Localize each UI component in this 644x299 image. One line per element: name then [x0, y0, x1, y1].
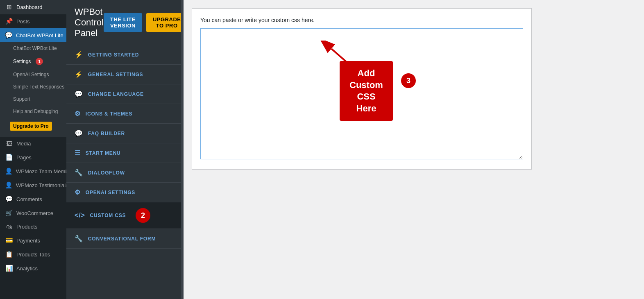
content-card: You can paste or write your custom css h… [192, 8, 532, 170]
wp-sidebar: ⊞ Dashboard 📌 Posts 💬 ChatBot WPBot Lite… [0, 0, 66, 299]
sidebar-item-wpmozo-team[interactable]: 👤 WPMozo Team Members [0, 164, 66, 178]
header-buttons: THE LITE VERSION UPGRADE TO PRO [104, 13, 181, 32]
main-content: WPBot Control Panel THE LITE VERSION UPG… [66, 0, 644, 299]
products-tabs-icon: 📋 [5, 251, 13, 258]
openai-settings-icon: ⚙ [75, 188, 81, 196]
posts-icon: 📌 [5, 18, 13, 25]
dashboard-icon: ⊞ [5, 3, 13, 11]
sidebar-item-payments[interactable]: 💳 Payments [0, 233, 66, 247]
team-icon: 👤 [5, 168, 13, 175]
custom-css-icon: </> [75, 212, 85, 219]
general-settings-icon: ⚡ [75, 70, 83, 78]
media-icon: 🖼 [5, 140, 13, 147]
analytics-icon: 📊 [5, 265, 13, 272]
sidebar-item-comments[interactable]: 💬 Comments [0, 192, 66, 206]
sidebar-item-dashboard[interactable]: ⊞ Dashboard [0, 0, 66, 14]
sidebar-item-support[interactable]: Support [0, 93, 66, 105]
nav-item-custom-css[interactable]: </> CUSTOM CSS 2 [66, 202, 181, 229]
testimonials-icon: 👤 [5, 181, 13, 189]
lite-version-button[interactable]: THE LITE VERSION [104, 13, 142, 32]
nav-item-general-settings[interactable]: ⚡ GENERAL SETTINGS [66, 65, 181, 84]
sidebar-submenu-chatbot: ChatBot WPBot Lite Settings 1 OpenAI Set… [0, 42, 66, 136]
nav-item-icons-themes[interactable]: ⚙ ICONS & THEMES [66, 104, 181, 124]
products-icon: 🛍 [5, 223, 13, 230]
sidebar-item-chatbot-sub[interactable]: ChatBot WPBot Lite [0, 42, 66, 54]
sidebar-item-pages[interactable]: 📄 Pages [0, 150, 66, 164]
nav-item-conversational-form[interactable]: 🔧 CONVERSATIONAL FORM [66, 229, 181, 249]
nav-item-dialogflow[interactable]: 🔧 DIALOGFLOW [66, 163, 181, 183]
content-area: You can paste or write your custom css h… [184, 0, 644, 299]
sidebar-item-woocommerce[interactable]: 🛒 WooCommerce [0, 206, 66, 220]
conversational-form-icon: 🔧 [75, 235, 83, 242]
sidebar-item-help-debugging[interactable]: Help and Debugging [0, 105, 66, 118]
sidebar-item-settings[interactable]: Settings 1 [0, 54, 66, 68]
page-title: WPBot Control Panel [75, 7, 104, 39]
upgrade-to-pro-button[interactable]: UPGRADE TO PRO [146, 13, 181, 32]
start-menu-icon: ☰ [75, 149, 81, 157]
settings-badge: 1 [36, 58, 43, 65]
dialogflow-icon: 🔧 [75, 169, 83, 177]
sidebar-item-analytics[interactable]: 📊 Analytics [0, 261, 66, 275]
icons-themes-icon: ⚙ [75, 110, 81, 118]
nav-item-getting-started[interactable]: ⚡ GETTING STARTED [66, 45, 181, 65]
nav-item-change-language[interactable]: 💬 CHANGE LANGUAGE [66, 84, 181, 104]
sidebar-item-wpmozo-testimonials[interactable]: 👤 WPMozo Testimonials [0, 178, 66, 192]
woocommerce-icon: 🛒 [5, 209, 13, 217]
css-callout-box: Add Custom CSS Here [340, 61, 393, 121]
sidebar-item-media[interactable]: 🖼 Media [0, 137, 66, 150]
faq-builder-icon: 💬 [75, 129, 83, 137]
sidebar-item-products[interactable]: 🛍 Products [0, 220, 66, 233]
annotation-area: Add Custom CSS Here 3 [200, 28, 523, 161]
badge-2: 2 [136, 208, 150, 223]
left-nav-panel: WPBot Control Panel THE LITE VERSION UPG… [66, 0, 181, 299]
nav-item-faq-builder[interactable]: 💬 FAQ BUILDER [66, 124, 181, 143]
sidebar-item-openai[interactable]: OpenAI Settings [0, 68, 66, 81]
sidebar-item-simple-text[interactable]: Simple Text Responses [0, 81, 66, 93]
nav-item-openai-settings[interactable]: ⚙ OPENAI SETTINGS [66, 183, 181, 202]
sidebar-item-products-tabs[interactable]: 📋 Products Tabs [0, 247, 66, 261]
payments-icon: 💳 [5, 237, 13, 244]
page-header: WPBot Control Panel THE LITE VERSION UPG… [66, 0, 181, 45]
getting-started-icon: ⚡ [75, 51, 83, 59]
pages-icon: 📄 [5, 154, 13, 161]
chatbot-icon: 💬 [5, 32, 13, 39]
change-language-icon: 💬 [75, 90, 83, 98]
badge-3: 3 [401, 73, 416, 88]
comments-icon: 💬 [5, 195, 13, 203]
sidebar-item-chatbot[interactable]: 💬 ChatBot WPBot Lite [0, 28, 66, 42]
upgrade-to-pro-sidebar-button[interactable]: Upgrade to Pro [10, 122, 52, 131]
css-instruction-text: You can paste or write your custom css h… [200, 17, 523, 23]
page-wrapper: WPBot Control Panel THE LITE VERSION UPG… [66, 0, 644, 299]
sidebar-item-posts[interactable]: 📌 Posts [0, 14, 66, 28]
nav-item-start-menu[interactable]: ☰ START MENU [66, 143, 181, 163]
